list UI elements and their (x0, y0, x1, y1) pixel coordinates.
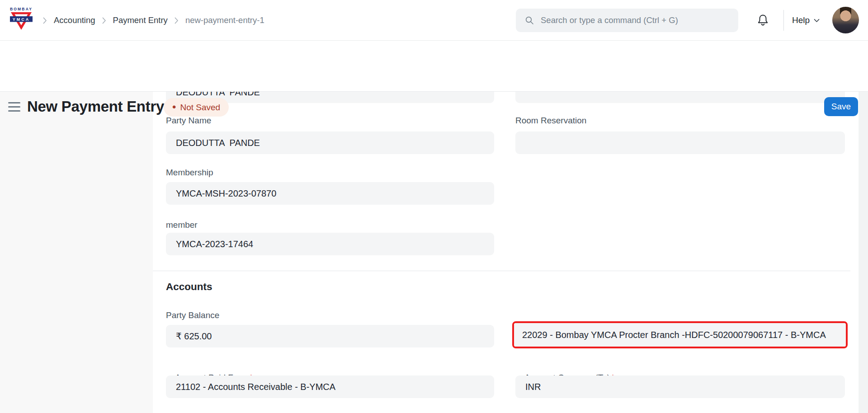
global-search[interactable] (516, 9, 738, 32)
breadcrumb-item-accounting[interactable]: Accounting (54, 15, 95, 25)
status-label: Not Saved (180, 103, 220, 113)
breadcrumb: Accounting Payment Entry new-payment-ent… (43, 0, 264, 41)
account-paid-to-input[interactable]: 22029 - Bombay YMCA Procter Branch -HDFC… (514, 323, 846, 347)
party-name-label: Party Name (166, 116, 494, 126)
room-reservation-label: Room Reservation (515, 116, 845, 126)
help-menu[interactable]: Help (792, 0, 820, 41)
chevron-down-icon (814, 19, 820, 23)
hamburger-menu-icon[interactable] (8, 102, 20, 112)
membership-input[interactable]: YMCA-MSH-2023-07870 (166, 182, 494, 205)
status-badge: • Not Saved (164, 98, 229, 117)
save-button[interactable]: Save (824, 97, 858, 116)
help-label: Help (792, 15, 810, 25)
search-input[interactable] (541, 15, 729, 25)
member-input[interactable]: YMCA-2023-17464 (166, 233, 494, 255)
chevron-right-icon (102, 17, 106, 24)
breadcrumb-item-payment-entry[interactable]: Payment Entry (113, 15, 168, 25)
account-paid-from-input[interactable]: 21102 - Accounts Receivable - B-YMCA (166, 375, 494, 398)
member-label: member (166, 220, 494, 230)
right-field-clipped[interactable] (515, 92, 845, 103)
logo-top-text: BOMBAY (10, 7, 33, 11)
bombay-ymca-logo[interactable]: BOMBAY YMCA (8, 5, 34, 31)
bell-icon[interactable] (755, 12, 771, 29)
section-divider (153, 271, 850, 271)
page-title: New Payment Entry (27, 98, 164, 115)
top-navbar: BOMBAY YMCA Accounting Payment Entry new… (0, 0, 868, 41)
party-name-input[interactable]: DEODUTTA PANDE (166, 131, 494, 154)
window-scrollbar-track[interactable] (859, 92, 868, 413)
left-sidebar-panel (0, 92, 153, 413)
page-header: New Payment Entry • Not Saved Save (0, 41, 868, 92)
party-balance-label: Party Balance (166, 310, 494, 320)
account-currency-to-input[interactable]: INR (515, 375, 845, 398)
navbar-divider (783, 10, 784, 31)
room-reservation-input[interactable] (515, 131, 845, 154)
chevron-right-icon (175, 17, 179, 24)
user-avatar[interactable] (832, 7, 859, 33)
status-dot: • (172, 102, 176, 113)
membership-label: Membership (166, 168, 494, 178)
breadcrumb-item-current: new-payment-entry-1 (185, 15, 264, 25)
form-content: DEODUTTA PANDE Party Name DEODUTTA PANDE… (153, 92, 859, 413)
search-icon (525, 16, 534, 25)
chevron-right-icon (43, 17, 47, 24)
logo-band-text: YMCA (13, 17, 30, 22)
party-balance-input[interactable]: ₹ 625.00 (166, 325, 494, 347)
account-paid-to-highlight: 22029 - Bombay YMCA Procter Branch -HDFC… (512, 321, 848, 348)
accounts-section-title: Accounts (166, 281, 212, 293)
